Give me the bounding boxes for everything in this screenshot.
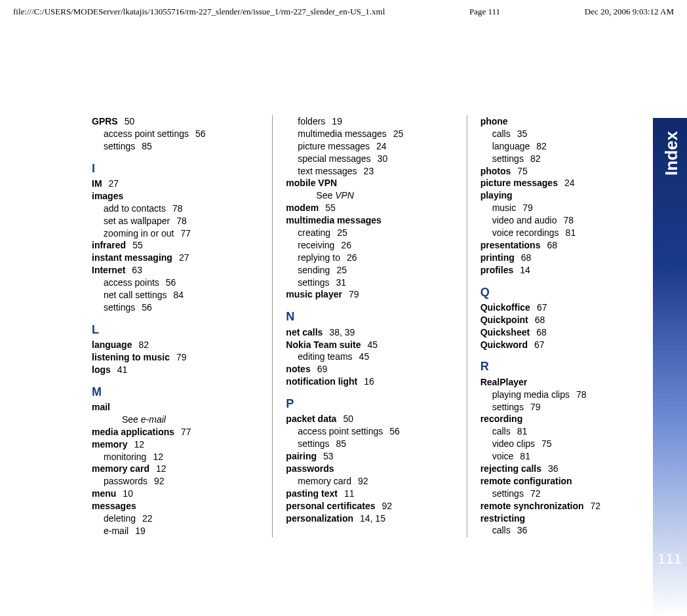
index-entry: Quickpoint68 [481, 314, 648, 326]
index-entry: playing [481, 189, 648, 202]
index-sub: music79 [481, 202, 648, 214]
index-sub: creating25 [286, 227, 453, 239]
index-letter: N [286, 309, 453, 324]
index-entry: notification light16 [286, 375, 453, 388]
index-sub: access point settings56 [286, 425, 453, 438]
index-sub: calls35 [481, 128, 648, 140]
index-sub: settings82 [481, 153, 648, 165]
index-entry: IM27 [92, 178, 259, 190]
index-sub: net call settings84 [92, 289, 259, 301]
file-path: file:///C:/USERS/MODEServer/lkatajis/130… [13, 7, 385, 17]
index-letter: L [92, 322, 259, 337]
index-sub: folders19 [286, 115, 453, 128]
index-sub: set as wallpaper78 [92, 215, 259, 227]
index-sub: text messages23 [286, 165, 453, 178]
index-sub: picture messages24 [286, 140, 453, 153]
index-entry: pairing53 [286, 450, 453, 463]
index-entry: music player79 [286, 288, 453, 301]
index-entry: packet data50 [286, 413, 453, 425]
index-sub: settings85 [286, 438, 453, 450]
index-entry: listening to music79 [92, 351, 259, 364]
index-sub: deleting22 [92, 512, 259, 525]
index-entry: picture messages24 [481, 177, 648, 189]
index-entry: phone [481, 115, 648, 128]
index-letter: Q [481, 284, 648, 300]
index-entry: images [92, 190, 259, 202]
index-column-3: phone calls35 language82 settings82 phot… [467, 115, 661, 537]
index-sub: special messages30 [286, 153, 453, 165]
index-sub: settings72 [481, 488, 648, 500]
index-sub: passwords92 [92, 475, 259, 488]
index-entry: memory card12 [92, 463, 259, 475]
index-sub: zooming in or out77 [92, 227, 259, 240]
page-indicator: Page 111 [469, 7, 500, 17]
index-entry: mobile VPN [286, 177, 453, 189]
index-sub: settings31 [286, 277, 453, 289]
index-entry: presentations68 [481, 239, 648, 252]
index-entry: Quicksheet68 [481, 326, 648, 339]
index-sub: receiving26 [286, 239, 453, 252]
index-entry: infrared55 [92, 239, 259, 252]
index-sub: memory card92 [286, 475, 453, 488]
index-entry: messages [92, 500, 259, 512]
index-entry: Nokia Team suite45 [286, 339, 453, 351]
index-sub: replying to26 [286, 252, 453, 264]
index-sub: calls81 [481, 425, 648, 438]
index-entry: multimedia messages [286, 214, 453, 227]
index-letter: M [92, 384, 259, 400]
index-entry: photos75 [481, 165, 648, 178]
index-entry: modem55 [286, 202, 453, 214]
index-entry: rejecting calls36 [481, 463, 648, 475]
index-sub: video clips75 [481, 438, 648, 450]
index-sub: editing teams45 [286, 351, 453, 363]
index-entry: logs41 [92, 364, 259, 376]
index-sub: e-mail19 [92, 525, 259, 537]
index-entry: printing68 [481, 252, 648, 264]
index-see: See VPN [286, 189, 453, 202]
index-entry: language82 [92, 339, 259, 351]
index-sub: access point settings56 [92, 128, 259, 140]
index-entry: Quickword67 [481, 339, 648, 351]
index-letter: I [92, 161, 259, 176]
index-entry: pasting text11 [286, 488, 453, 500]
datetime: Dec 20, 2006 9:03:12 AM [585, 7, 674, 17]
index-see: See e-mail [92, 414, 259, 426]
index-sub: monitoring12 [92, 451, 259, 463]
index-entry: remote synchronization72 [481, 500, 648, 512]
index-entry: notes69 [286, 363, 453, 375]
index-entry: personal certificates92 [286, 500, 453, 512]
index-entry: remote configuration [481, 475, 648, 488]
index-sub: settings85 [92, 140, 259, 153]
index-sub: video and audio78 [481, 214, 648, 227]
index-entry: Internet63 [92, 264, 259, 277]
page-header: file:///C:/USERS/MODEServer/lkatajis/130… [0, 0, 687, 24]
index-letter: P [286, 396, 453, 412]
index-entry: profiles14 [481, 264, 648, 277]
index-entry: net calls38, 39 [286, 326, 453, 339]
index-letter: R [481, 358, 648, 374]
index-entry: RealPlayer [481, 376, 648, 389]
index-sub: multimedia messages25 [286, 128, 453, 140]
index-sub: settings79 [481, 401, 648, 414]
index-entry: menu10 [92, 488, 259, 500]
index-entry: recording [481, 413, 648, 425]
index-column-2: folders19 multimedia messages25 picture … [272, 115, 466, 537]
index-entry: memory12 [92, 438, 259, 451]
index-entry: GPRS50 [92, 115, 259, 128]
index-body: GPRS50 access point settings56 settings8… [0, 24, 687, 537]
page-number: 111 [658, 550, 682, 568]
index-sub: playing media clips78 [481, 389, 648, 401]
index-sub: sending25 [286, 264, 453, 277]
index-entry: instant messaging27 [92, 252, 259, 264]
index-sub: settings56 [92, 301, 259, 314]
index-entry: media applications77 [92, 426, 259, 438]
index-column-1: GPRS50 access point settings56 settings8… [79, 115, 272, 537]
index-entry: passwords [286, 463, 453, 475]
index-sub: voice recordings81 [481, 227, 648, 239]
index-entry: personalization14, 15 [286, 512, 453, 525]
index-entry: restricting [481, 512, 648, 525]
index-sub: access points56 [92, 277, 259, 289]
index-sub: voice81 [481, 450, 648, 463]
index-sub: calls36 [481, 524, 648, 537]
index-sub: language82 [481, 140, 648, 153]
